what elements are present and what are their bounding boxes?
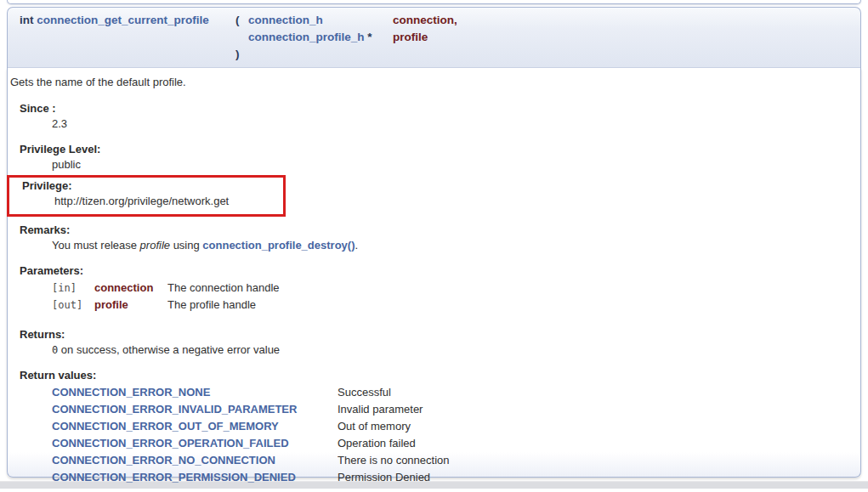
return-type: int [20,14,37,26]
param-name: connection [94,280,167,297]
return-values-section: Return values: CONNECTION_ERROR_NONE Suc… [20,369,855,486]
error-description: There is no connection [338,452,450,469]
error-description: Out of memory [338,418,450,435]
remarks-label: Remarks: [20,223,855,237]
parameters-table: [in] connection The connection handle [o… [52,280,280,314]
error-code-link[interactable]: CONNECTION_ERROR_PERMISSION_DENIED [52,471,296,484]
privilege-level-value: public [52,158,855,172]
return-value-row: CONNECTION_ERROR_NO_CONNECTION There is … [52,452,450,469]
param-name-profile: profile [393,29,457,46]
param-type-link-connection-h[interactable]: connection_h [248,14,323,26]
return-values-table: CONNECTION_ERROR_NONE Successful CONNECT… [52,384,450,486]
red-highlight-annotation: Privilege: http://tizen.org/privilege/ne… [7,175,286,217]
parameter-row: [out] profile The profile handle [52,297,280,314]
error-code-link[interactable]: CONNECTION_ERROR_NO_CONNECTION [52,454,275,467]
close-paren: ) [235,46,248,63]
error-code-link[interactable]: CONNECTION_ERROR_INVALID_PARAMETER [52,403,297,416]
remarks-section: Remarks: You must release profile using … [20,223,855,252]
error-code-link[interactable]: CONNECTION_ERROR_OUT_OF_MEMORY [52,420,279,433]
function-signature-header: int connection_get_current_profile ( con… [7,7,861,68]
param-description: The connection handle [167,280,280,297]
param-name: profile [94,297,167,314]
error-code-link[interactable]: CONNECTION_ERROR_NONE [52,386,210,399]
returns-label: Returns: [20,328,855,342]
privilege-value: http://tizen.org/privilege/network.get [54,195,283,208]
privilege-label: Privilege: [22,179,283,193]
privilege-level-section: Privilege Level: public [20,143,855,172]
parameters-label: Parameters: [20,264,855,278]
previous-memitem-bottom-edge [7,0,861,4]
signature-memname: int connection_get_current_profile [13,12,235,29]
error-description: Successful [338,384,450,401]
return-value-row: CONNECTION_ERROR_PERMISSION_DENIED Permi… [52,469,450,486]
param-type-link-connection-profile-h[interactable]: connection_profile_h [248,31,365,43]
error-description: Operation failed [338,435,450,452]
error-code-link[interactable]: CONNECTION_ERROR_OPERATION_FAILED [52,437,289,450]
return-value-row: CONNECTION_ERROR_NONE Successful [52,384,450,401]
param-name-connection: connection, [393,12,457,29]
function-doc-body: Gets the name of the default profile. Si… [7,68,861,478]
return-value-row: CONNECTION_ERROR_OPERATION_FAILED Operat… [52,435,450,452]
returns-value: 0 on success, otherwise a negative error… [52,343,855,357]
error-description: Invalid parameter [338,401,450,418]
connection-profile-destroy-link[interactable]: connection_profile_destroy() [202,239,355,252]
privilege-level-label: Privilege Level: [20,143,855,156]
param-type-2: connection_profile_h * [248,29,393,46]
parameter-row: [in] connection The connection handle [52,280,280,297]
param-type-1: connection_h [248,12,393,29]
function-description: Gets the name of the default profile. [10,76,855,89]
signature-table: int connection_get_current_profile ( con… [13,12,457,63]
returns-section: Returns: 0 on success, otherwise a negat… [20,328,855,357]
param-description: The profile handle [167,297,280,314]
param-direction: [in] [52,280,94,297]
return-values-label: Return values: [20,369,855,382]
param-direction: [out] [52,297,94,314]
since-value: 2.3 [52,117,855,131]
parameters-section: Parameters: [in] connection The connecti… [20,264,855,314]
function-name: connection_get_current_profile [37,14,209,26]
remarks-text: You must release profile using connectio… [52,239,855,252]
return-value-row: CONNECTION_ERROR_OUT_OF_MEMORY Out of me… [52,418,450,435]
privilege-section: Privilege: http://tizen.org/privilege/ne… [22,179,283,208]
remarks-emphasis: profile [140,239,170,252]
function-doc-block: int connection_get_current_profile ( con… [7,7,861,478]
since-section: Since : 2.3 [20,102,855,131]
since-label: Since : [20,102,855,116]
return-value-row: CONNECTION_ERROR_INVALID_PARAMETER Inval… [52,401,450,418]
open-paren: ( [235,12,248,29]
